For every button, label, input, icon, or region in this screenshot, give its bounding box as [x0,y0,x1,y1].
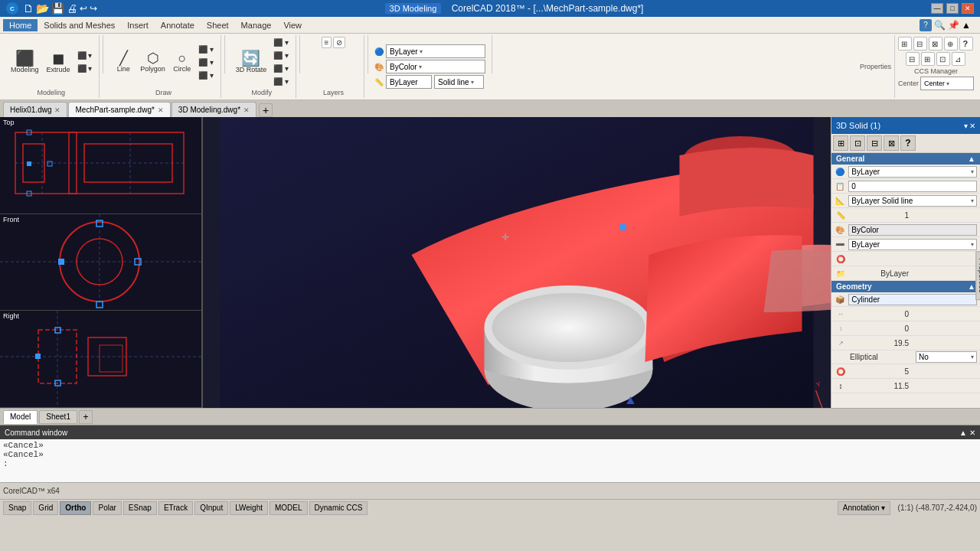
app-title-dropdown[interactable]: 3D Modeling [385,3,442,14]
pin-button[interactable]: 📌 [948,20,959,31]
maximize-button[interactable]: □ [946,3,959,14]
viewport-top[interactable]: Top [0,117,201,214]
annotation-dropdown-btn[interactable]: Annotation ▾ [838,501,890,515]
menu-view[interactable]: View [277,19,308,31]
properties-close-x[interactable]: ✕ [969,122,975,130]
add-doc-tab[interactable]: + [259,103,273,117]
modify-more2[interactable]: ⬛ ▾ [271,50,291,61]
properties-side-tab[interactable]: Properties [976,251,980,300]
ortho-btn[interactable]: Ortho [60,501,91,515]
ccs-icon5[interactable]: ⊟ [906,52,920,66]
ccs-icon7[interactable]: ⊡ [936,52,950,66]
viewport-right[interactable]: Right [0,311,201,408]
general-section[interactable]: General ▲ [831,153,980,165]
minimize-button[interactable]: — [931,3,943,14]
layer-dropdown-main[interactable]: ByLayer ▾ [386,44,485,58]
close-button[interactable]: ✕ [962,3,974,14]
prop-tool-4[interactable]: ⊠ [884,135,899,151]
qa-redo[interactable]: ↪ [90,3,97,14]
prop-tool-2[interactable]: ⊡ [850,135,865,151]
ccs-icon4[interactable]: ⊕ [944,37,958,51]
lweight-btn[interactable]: LWeight [230,501,268,515]
linetype-dropdown[interactable]: ByLayer [386,75,432,89]
svg-rect-5 [27,161,31,166]
ccs-icon8[interactable]: ⊿ [952,52,965,66]
menu-annotate[interactable]: Annotate [155,19,201,31]
menu-home[interactable]: Home [3,19,38,31]
add-model-tab[interactable]: + [79,410,93,424]
viewport-front[interactable]: Front [0,214,201,311]
qa-print[interactable]: 🖨 [67,2,77,15]
bycolor-prop-value[interactable]: ByColor [848,224,977,236]
modify-more3[interactable]: ⬛ ▾ [271,63,291,74]
close-3dmodeling-tab[interactable]: ✕ [243,106,250,114]
ccs-icon3[interactable]: ⊠ [929,37,942,51]
close-mechpart-tab[interactable]: ✕ [158,106,164,114]
color-dropdown[interactable]: ByColor ▾ [386,60,485,73]
bylayer-prop-value[interactable]: ByLayer ▾ [848,239,977,250]
center-viewport[interactable]: + X Y Z ✛ [203,117,831,408]
geom-type-value[interactable]: Cylinder [848,294,977,305]
modeling-button[interactable]: ⬛ Modeling [8,49,42,75]
layer-mgr-btn[interactable]: ≡ [322,37,332,48]
doc-tab-3dmodeling[interactable]: 3D Modeling.dwg* ✕ [172,102,256,117]
draw-more2[interactable]: ⬛ ▾ [196,57,216,68]
command-expand-btn[interactable]: ▲ [959,429,967,437]
close-helix-tab[interactable]: ✕ [54,106,60,114]
qinput-btn[interactable]: QInput [194,501,228,515]
polygon-button[interactable]: ⬡ Polygon [137,50,168,74]
qa-undo[interactable]: ↩ [80,3,87,14]
prop-tool-1[interactable]: ⊞ [833,135,848,151]
layer-prop-value[interactable]: ByLayer ▾ [848,166,977,178]
dynamic-ccs-btn[interactable]: Dynamic CCS [309,501,368,515]
draw-more3[interactable]: ⬛ ▾ [196,70,216,81]
line-button[interactable]: ╱ Line [111,50,136,74]
color-prop-value[interactable]: 0 [848,181,977,192]
linestyle-dropdown[interactable]: Solid line ▾ [434,75,484,89]
model-tab-sheet1[interactable]: Sheet1 [39,410,77,424]
rotate3d-button[interactable]: 🔄 3D Rotate [233,49,270,75]
doc-tab-mechpart[interactable]: MechPart-sample.dwg* ✕ [68,102,170,117]
menu-insert[interactable]: Insert [121,19,155,31]
prop-tool-3[interactable]: ⊟ [867,135,882,151]
circle-button[interactable]: ○ Circle [170,50,194,74]
snap-btn[interactable]: Snap [3,501,31,515]
polar-btn[interactable]: Polar [93,501,121,515]
color-prop-icon: 📋 [835,180,845,192]
esnap-btn[interactable]: ESnap [123,501,157,515]
geometry-section[interactable]: Geometry ▲ [831,281,980,292]
model-btn[interactable]: MODEL [270,501,308,515]
extrude-label: Extrude [47,66,70,73]
grid-btn[interactable]: Grid [33,501,58,515]
modeling-dropdown[interactable]: ⬛ ▾ [75,63,95,74]
modify-more1[interactable]: ⬛ ▾ [271,37,291,48]
qa-save[interactable]: 💾 [51,2,64,15]
extrude-button[interactable]: ◼ Extrude [44,49,74,75]
help-button[interactable]: ? [920,19,932,31]
ccs-icon6[interactable]: ⊞ [921,52,935,66]
menu-manage[interactable]: Manage [235,19,278,31]
model-tab-model[interactable]: Model [3,410,38,424]
modify-more4[interactable]: ⬛ ▾ [271,76,291,87]
search-button[interactable]: 🔍 [934,20,946,31]
linetype-prop-value[interactable]: ByLayer Solid line ▾ [848,195,977,207]
command-close-btn[interactable]: ✕ [969,429,975,437]
layer-off-btn[interactable]: ⊘ [333,37,345,48]
etrack-btn[interactable]: ETrack [158,501,193,515]
draw-more1[interactable]: ⬛ ▾ [196,44,216,55]
ccs-help-btn[interactable]: ? [959,37,973,51]
extrude-dropdown[interactable]: ⬛ ▾ [75,50,95,61]
expand-ribbon-btn[interactable]: ▲ [962,20,971,31]
menu-solids[interactable]: Solids and Meshes [38,19,121,31]
elliptical-value[interactable]: No ▾ [916,351,977,363]
ccs-icon2[interactable]: ⊟ [913,37,927,51]
properties-close-btn[interactable]: ▾ [964,122,968,130]
prop-tool-5[interactable]: ? [900,135,916,151]
menu-sheet[interactable]: Sheet [201,19,235,31]
ccs-icon1[interactable]: ⊞ [898,37,912,51]
command-line-2: «Cancel» [3,450,977,459]
qa-open[interactable]: 📂 [36,2,49,15]
qa-new[interactable]: 🗋 [23,2,34,15]
doc-tab-helix[interactable]: Helix01.dwg ✕ [3,102,67,117]
ccs-coord-dropdown[interactable]: Center▾ [920,77,974,90]
